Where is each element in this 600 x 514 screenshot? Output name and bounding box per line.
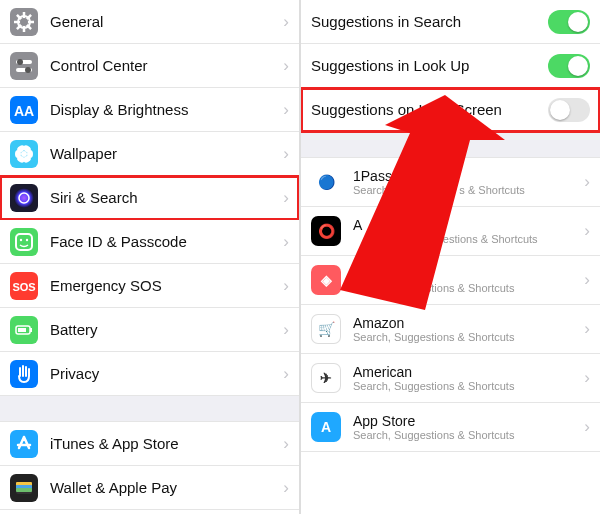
chevron-right-icon: › <box>283 188 289 208</box>
settings-row-wallet[interactable]: Wallet & Apple Pay› <box>0 466 299 510</box>
toggle-label: Suggestions in Search <box>311 13 548 30</box>
section-gap <box>0 396 299 422</box>
app-icon: ⭕ <box>311 216 341 246</box>
switches-icon <box>10 52 38 80</box>
svg-point-32 <box>26 238 28 240</box>
app-icon: 🔵 <box>311 167 341 197</box>
settings-row-general[interactable]: General› <box>0 0 299 44</box>
row-label: Wallet & Apple Pay <box>50 479 277 496</box>
toggle-label: Suggestions in Look Up <box>311 57 548 74</box>
app-subtitle: Searchxxxxxxxxxxxxxs & Shortcuts <box>353 184 578 197</box>
app-row--pass[interactable]: 🔵1PassSearchxxxxxxxxxxxxxs & Shortcuts› <box>301 158 600 207</box>
svg-rect-11 <box>10 52 38 80</box>
settings-row-store[interactable]: iTunes & App Store› <box>0 422 299 466</box>
app-subtitle: Search, Suggestions & Shortcuts <box>353 429 578 442</box>
settings-row-face-id-passcode[interactable]: Face ID & Passcode› <box>0 220 299 264</box>
chevron-right-icon: › <box>283 320 289 340</box>
app-row-amazon[interactable]: 🛒AmazonSearch, Suggestions & Shortcuts› <box>301 305 600 354</box>
settings-row-privacy[interactable]: Privacy› <box>0 352 299 396</box>
settings-row-emergency-sos[interactable]: SOSEmergency SOS› <box>0 264 299 308</box>
svg-text:AA: AA <box>14 103 34 119</box>
chevron-right-icon: › <box>584 368 590 388</box>
app-subtitle: Search, Suggestions & Shortcuts <box>353 282 578 295</box>
hand-icon <box>10 360 38 388</box>
svg-rect-29 <box>10 228 38 256</box>
app-subtitle: Search, Suggestions & Shortcuts <box>353 380 578 393</box>
chevron-right-icon: › <box>283 56 289 76</box>
row-label: General <box>50 13 277 30</box>
row-label: Wallpaper <box>50 145 277 162</box>
row-label: Battery <box>50 321 277 338</box>
aa-icon: AA <box>10 96 38 124</box>
svg-rect-38 <box>18 328 26 332</box>
toggle-row-suggestions-on-lock-screen: Suggestions on Lock Screen <box>301 88 600 132</box>
chevron-right-icon: › <box>584 172 590 192</box>
svg-rect-37 <box>30 328 32 332</box>
chevron-right-icon: › <box>283 12 289 32</box>
settings-row-wallpaper[interactable]: Wallpaper› <box>0 132 299 176</box>
toggle-row-suggestions-in-search: Suggestions in Search <box>301 0 600 44</box>
chevron-right-icon: › <box>283 232 289 252</box>
app-icon: ✈ <box>311 363 341 393</box>
toggle-label: Suggestions on Lock Screen <box>311 101 548 118</box>
app-subtitle: Search, Suggestions & Shortcuts <box>353 331 578 344</box>
app-icon: A <box>311 412 341 442</box>
gear-icon <box>10 8 38 36</box>
app-name: American <box>353 364 578 380</box>
app-name: 1Pass <box>353 168 578 184</box>
toggle-row-suggestions-in-look-up: Suggestions in Look Up <box>301 44 600 88</box>
flower-icon <box>10 140 38 168</box>
svg-point-15 <box>25 67 31 73</box>
row-label: Emergency SOS <box>50 277 277 294</box>
chevron-right-icon: › <box>283 364 289 384</box>
toggle-switch[interactable] <box>548 54 590 78</box>
toggle-switch[interactable] <box>548 98 590 122</box>
row-label: Siri & Search <box>50 189 277 206</box>
app-icon: 🛒 <box>311 314 341 344</box>
svg-point-14 <box>17 59 23 65</box>
settings-row-siri-search[interactable]: Siri & Search› <box>0 176 299 220</box>
chevron-right-icon: › <box>584 270 590 290</box>
chevron-right-icon: › <box>283 276 289 296</box>
svg-point-10 <box>20 18 28 26</box>
app-name: App Store <box>353 413 578 429</box>
row-label: iTunes & App Store <box>50 435 277 452</box>
settings-pane-right: Suggestions in SearchSuggestions in Look… <box>301 0 600 514</box>
settings-row-control-center[interactable]: Control Center› <box>0 44 299 88</box>
svg-point-19 <box>21 151 27 157</box>
app-icon: ◈ <box>311 265 341 295</box>
toggle-switch[interactable] <box>548 10 590 34</box>
chevron-right-icon: › <box>584 221 590 241</box>
svg-point-31 <box>20 238 22 240</box>
svg-rect-45 <box>16 488 32 492</box>
svg-point-27 <box>14 188 34 208</box>
sos-icon: SOS <box>10 272 38 300</box>
chevron-right-icon: › <box>283 434 289 454</box>
app-name: Airbnb <box>353 266 578 282</box>
section-gap <box>301 132 600 158</box>
wallet-icon <box>10 474 38 502</box>
row-label: Privacy <box>50 365 277 382</box>
app-row-american[interactable]: ✈AmericanSearch, Suggestions & Shortcuts… <box>301 354 600 403</box>
siri-icon <box>10 184 38 212</box>
settings-row-display-brightness[interactable]: AADisplay & Brightness› <box>0 88 299 132</box>
row-label: Control Center <box>50 57 277 74</box>
app-subtitle: xxxxxxxxxxxxxuggestions & Shortcuts <box>353 233 578 246</box>
app-row-airbnb[interactable]: ◈AirbnbSearch, Suggestions & Shortcuts› <box>301 256 600 305</box>
chevron-right-icon: › <box>283 478 289 498</box>
face-icon <box>10 228 38 256</box>
appstore-icon <box>10 430 38 458</box>
svg-text:SOS: SOS <box>12 281 35 293</box>
app-row-a[interactable]: ⭕Axxxxxxxxxxxxxuggestions & Shortcuts› <box>301 207 600 256</box>
settings-pane-left: General›Control Center›AADisplay & Brigh… <box>0 0 299 514</box>
app-name: A <box>353 217 578 233</box>
battery-icon <box>10 316 38 344</box>
chevron-right-icon: › <box>584 417 590 437</box>
row-label: Display & Brightness <box>50 101 277 118</box>
app-name: Amazon <box>353 315 578 331</box>
row-label: Face ID & Passcode <box>50 233 277 250</box>
settings-row-battery[interactable]: Battery› <box>0 308 299 352</box>
chevron-right-icon: › <box>283 100 289 120</box>
chevron-right-icon: › <box>584 319 590 339</box>
app-row-app-store[interactable]: AApp StoreSearch, Suggestions & Shortcut… <box>301 403 600 452</box>
